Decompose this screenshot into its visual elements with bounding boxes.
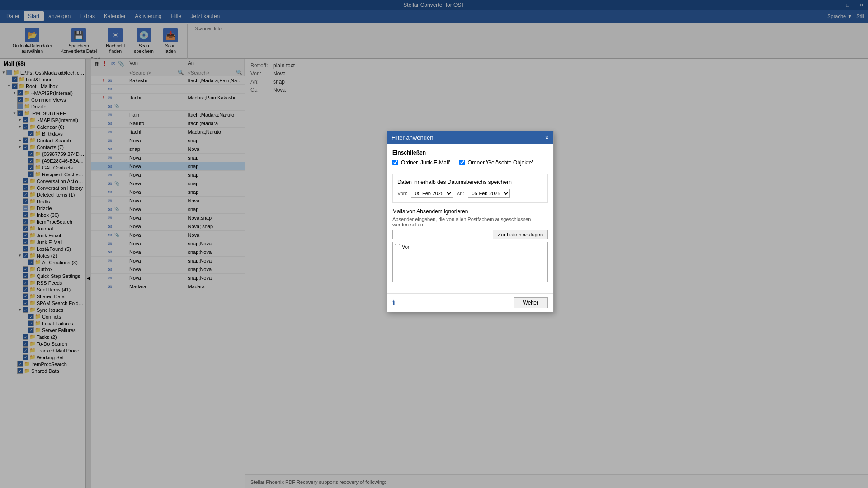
dialog-sender-section: Mails von Absendem ignorieren Absender e… xyxy=(392,208,548,282)
date-from-label: Von: xyxy=(397,191,407,196)
checkbox-junk-row: Ordner 'Junk-E-Mail' xyxy=(392,160,450,166)
add-to-list-btn[interactable]: Zur Liste hinzufügen xyxy=(493,230,548,239)
dialog-include-section: Einschließen Ordner 'Junk-E-Mail' Ordner… xyxy=(392,150,548,169)
sender-list-col-label: Von xyxy=(402,244,410,249)
dialog-title-text: Filter anwenden xyxy=(392,134,434,141)
dialog-checkboxes: Ordner 'Junk-E-Mail' Ordner 'Gelöschte O… xyxy=(392,160,548,169)
weiter-btn[interactable]: Weiter xyxy=(514,297,548,308)
dialog-footer: ℹ Weiter xyxy=(387,293,553,312)
dialog-include-title: Einschließen xyxy=(392,150,548,156)
date-to-label: An: xyxy=(457,191,464,196)
sender-input-field[interactable] xyxy=(392,230,491,239)
dialog-overlay: Filter anwenden × Einschließen Ordner 'J… xyxy=(0,0,868,488)
checkbox-deleted-label: Ordner 'Gelöschte Objekte' xyxy=(468,160,533,166)
date-from-select[interactable]: 05-Feb-2025 xyxy=(411,189,453,198)
checkbox-deleted-row: Ordner 'Gelöschte Objekte' xyxy=(459,160,533,166)
date-section-title: Daten innerhalb des Datumsbereichs speic… xyxy=(397,179,543,185)
dialog-date-section: Daten innerhalb des Datumsbereichs speic… xyxy=(392,174,548,203)
date-to-select[interactable]: 05-Feb-2025 xyxy=(468,189,510,198)
filter-dialog: Filter anwenden × Einschließen Ordner 'J… xyxy=(387,131,554,312)
dialog-body: Einschließen Ordner 'Junk-E-Mail' Ordner… xyxy=(387,144,553,293)
dialog-close-btn[interactable]: × xyxy=(545,134,549,141)
sender-desc: Absender eingeben, die von allen Postfäc… xyxy=(392,216,548,227)
checkbox-deleted[interactable] xyxy=(459,160,465,165)
checkbox-junk[interactable] xyxy=(392,160,398,165)
sender-section-title: Mails von Absendem ignorieren xyxy=(392,208,548,215)
dialog-title-bar: Filter anwenden × xyxy=(387,131,553,144)
info-icon: ℹ xyxy=(392,298,395,307)
sender-list-box: Von xyxy=(392,242,548,282)
checkbox-junk-label: Ordner 'Junk-E-Mail' xyxy=(401,160,450,166)
sender-input-row: Zur Liste hinzufügen xyxy=(392,230,548,239)
date-row: Von: 05-Feb-2025 An: 05-Feb-2025 xyxy=(397,189,543,198)
sender-list-check[interactable] xyxy=(395,244,400,249)
sender-list-header: Von xyxy=(395,244,546,249)
